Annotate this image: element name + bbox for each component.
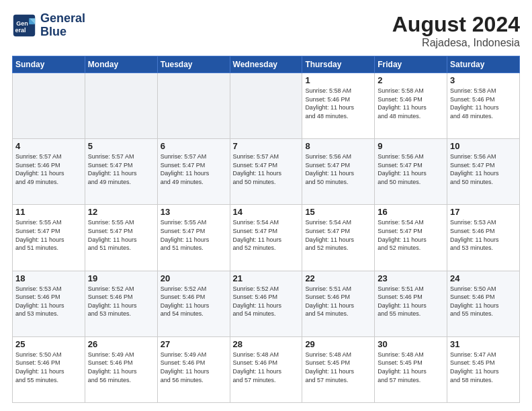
day-number: 13 — [161, 207, 227, 217]
day-number: 10 — [450, 141, 517, 151]
weekday-header-wednesday: Wednesday — [230, 56, 302, 73]
day-info: Sunrise: 5:49 AMSunset: 5:46 PMDaylight:… — [88, 351, 154, 384]
day-info: Sunrise: 5:50 AMSunset: 5:46 PMDaylight:… — [15, 351, 82, 384]
weekday-header-monday: Monday — [85, 56, 157, 73]
day-number: 19 — [88, 273, 154, 283]
day-info: Sunrise: 5:51 AMSunset: 5:46 PMDaylight:… — [305, 285, 371, 318]
weekday-header-row: SundayMondayTuesdayWednesdayThursdayFrid… — [13, 56, 520, 73]
day-info: Sunrise: 5:57 AMSunset: 5:47 PMDaylight:… — [233, 152, 300, 186]
main-title: August 2024 — [392, 12, 520, 37]
calendar-cell: 23Sunrise: 5:51 AMSunset: 5:46 PMDayligh… — [375, 271, 447, 336]
day-info: Sunrise: 5:58 AMSunset: 5:46 PMDaylight:… — [450, 87, 517, 120]
day-number: 30 — [378, 339, 444, 349]
day-number: 4 — [15, 141, 82, 151]
day-info: Sunrise: 5:50 AMSunset: 5:46 PMDaylight:… — [450, 285, 517, 318]
calendar-cell: 8Sunrise: 5:56 AMSunset: 5:47 PMDaylight… — [302, 139, 375, 205]
day-info: Sunrise: 5:56 AMSunset: 5:47 PMDaylight:… — [305, 152, 371, 186]
calendar-cell: 19Sunrise: 5:52 AMSunset: 5:46 PMDayligh… — [85, 271, 157, 336]
week-row-4: 18Sunrise: 5:53 AMSunset: 5:46 PMDayligh… — [13, 271, 520, 336]
calendar-cell: 26Sunrise: 5:49 AMSunset: 5:46 PMDayligh… — [85, 336, 157, 402]
day-number: 1 — [305, 75, 371, 85]
page: Gen eral General Blue August 2024 Rajade… — [0, 0, 532, 411]
logo: Gen eral General Blue — [12, 12, 85, 39]
svg-text:Gen: Gen — [16, 20, 28, 27]
logo-icon: Gen eral — [12, 13, 36, 38]
day-number: 29 — [305, 339, 371, 349]
calendar-cell: 5Sunrise: 5:57 AMSunset: 5:47 PMDaylight… — [85, 139, 157, 205]
day-number: 21 — [233, 273, 300, 283]
calendar-cell: 6Sunrise: 5:57 AMSunset: 5:47 PMDaylight… — [157, 139, 230, 205]
calendar-cell: 27Sunrise: 5:49 AMSunset: 5:46 PMDayligh… — [157, 336, 230, 402]
calendar-table: SundayMondayTuesdayWednesdayThursdayFrid… — [12, 56, 520, 403]
calendar-cell — [157, 73, 230, 139]
calendar-cell: 28Sunrise: 5:48 AMSunset: 5:46 PMDayligh… — [230, 336, 302, 402]
day-info: Sunrise: 5:58 AMSunset: 5:46 PMDaylight:… — [305, 87, 371, 120]
day-number: 14 — [233, 207, 300, 217]
calendar-cell: 22Sunrise: 5:51 AMSunset: 5:46 PMDayligh… — [302, 271, 375, 336]
day-number: 12 — [88, 207, 154, 217]
day-number: 2 — [378, 75, 444, 85]
calendar-cell: 2Sunrise: 5:58 AMSunset: 5:46 PMDaylight… — [375, 73, 447, 139]
calendar-cell: 10Sunrise: 5:56 AMSunset: 5:47 PMDayligh… — [447, 139, 520, 205]
calendar-cell: 11Sunrise: 5:55 AMSunset: 5:47 PMDayligh… — [13, 205, 85, 271]
day-info: Sunrise: 5:48 AMSunset: 5:46 PMDaylight:… — [233, 351, 300, 384]
day-info: Sunrise: 5:55 AMSunset: 5:47 PMDaylight:… — [88, 218, 154, 252]
calendar-cell — [85, 73, 157, 139]
day-number: 8 — [305, 141, 371, 151]
logo-text: General Blue — [40, 12, 85, 39]
day-info: Sunrise: 5:48 AMSunset: 5:45 PMDaylight:… — [378, 351, 444, 384]
calendar-cell: 16Sunrise: 5:54 AMSunset: 5:47 PMDayligh… — [375, 205, 447, 271]
calendar-cell — [13, 73, 85, 139]
calendar-cell: 4Sunrise: 5:57 AMSunset: 5:46 PMDaylight… — [13, 139, 85, 205]
weekday-header-sunday: Sunday — [13, 56, 85, 73]
day-number: 17 — [450, 207, 517, 217]
day-number: 23 — [378, 273, 444, 283]
weekday-header-tuesday: Tuesday — [157, 56, 230, 73]
day-number: 7 — [233, 141, 300, 151]
day-number: 9 — [378, 141, 444, 151]
calendar-cell: 21Sunrise: 5:52 AMSunset: 5:46 PMDayligh… — [230, 271, 302, 336]
logo-line2: Blue — [40, 26, 85, 39]
calendar-cell: 1Sunrise: 5:58 AMSunset: 5:46 PMDaylight… — [302, 73, 375, 139]
title-block: August 2024 Rajadesa, Indonesia — [392, 12, 520, 49]
day-info: Sunrise: 5:57 AMSunset: 5:47 PMDaylight:… — [161, 152, 227, 186]
day-number: 20 — [161, 273, 227, 283]
weekday-header-friday: Friday — [375, 56, 447, 73]
calendar-cell: 9Sunrise: 5:56 AMSunset: 5:47 PMDaylight… — [375, 139, 447, 205]
day-info: Sunrise: 5:57 AMSunset: 5:47 PMDaylight:… — [88, 152, 154, 186]
calendar-cell: 13Sunrise: 5:55 AMSunset: 5:47 PMDayligh… — [157, 205, 230, 271]
day-info: Sunrise: 5:58 AMSunset: 5:46 PMDaylight:… — [378, 87, 444, 120]
day-number: 16 — [378, 207, 444, 217]
calendar-cell: 25Sunrise: 5:50 AMSunset: 5:46 PMDayligh… — [13, 336, 85, 402]
calendar-cell: 31Sunrise: 5:47 AMSunset: 5:45 PMDayligh… — [447, 336, 520, 402]
week-row-3: 11Sunrise: 5:55 AMSunset: 5:47 PMDayligh… — [13, 205, 520, 271]
calendar-cell: 30Sunrise: 5:48 AMSunset: 5:45 PMDayligh… — [375, 336, 447, 402]
calendar-cell: 3Sunrise: 5:58 AMSunset: 5:46 PMDaylight… — [447, 73, 520, 139]
day-number: 6 — [161, 141, 227, 151]
calendar-cell: 12Sunrise: 5:55 AMSunset: 5:47 PMDayligh… — [85, 205, 157, 271]
day-info: Sunrise: 5:52 AMSunset: 5:46 PMDaylight:… — [233, 285, 300, 318]
calendar-cell: 29Sunrise: 5:48 AMSunset: 5:45 PMDayligh… — [302, 336, 375, 402]
day-info: Sunrise: 5:47 AMSunset: 5:45 PMDaylight:… — [450, 351, 517, 384]
header: Gen eral General Blue August 2024 Rajade… — [12, 12, 520, 49]
calendar-cell: 20Sunrise: 5:52 AMSunset: 5:46 PMDayligh… — [157, 271, 230, 336]
day-info: Sunrise: 5:54 AMSunset: 5:47 PMDaylight:… — [233, 218, 300, 252]
subtitle: Rajadesa, Indonesia — [392, 37, 520, 49]
calendar-cell — [230, 73, 302, 139]
calendar-cell: 17Sunrise: 5:53 AMSunset: 5:46 PMDayligh… — [447, 205, 520, 271]
day-info: Sunrise: 5:56 AMSunset: 5:47 PMDaylight:… — [450, 152, 517, 186]
day-number: 28 — [233, 339, 300, 349]
day-info: Sunrise: 5:56 AMSunset: 5:47 PMDaylight:… — [378, 152, 444, 186]
day-info: Sunrise: 5:49 AMSunset: 5:46 PMDaylight:… — [161, 351, 227, 384]
logo-line1: General — [40, 12, 85, 26]
day-number: 15 — [305, 207, 371, 217]
calendar-cell: 24Sunrise: 5:50 AMSunset: 5:46 PMDayligh… — [447, 271, 520, 336]
day-info: Sunrise: 5:55 AMSunset: 5:47 PMDaylight:… — [161, 218, 227, 252]
calendar-cell: 15Sunrise: 5:54 AMSunset: 5:47 PMDayligh… — [302, 205, 375, 271]
calendar-cell: 14Sunrise: 5:54 AMSunset: 5:47 PMDayligh… — [230, 205, 302, 271]
day-number: 18 — [15, 273, 82, 283]
day-info: Sunrise: 5:57 AMSunset: 5:46 PMDaylight:… — [15, 152, 82, 186]
weekday-header-thursday: Thursday — [302, 56, 375, 73]
day-info: Sunrise: 5:53 AMSunset: 5:46 PMDaylight:… — [15, 285, 82, 318]
week-row-2: 4Sunrise: 5:57 AMSunset: 5:46 PMDaylight… — [13, 139, 520, 205]
